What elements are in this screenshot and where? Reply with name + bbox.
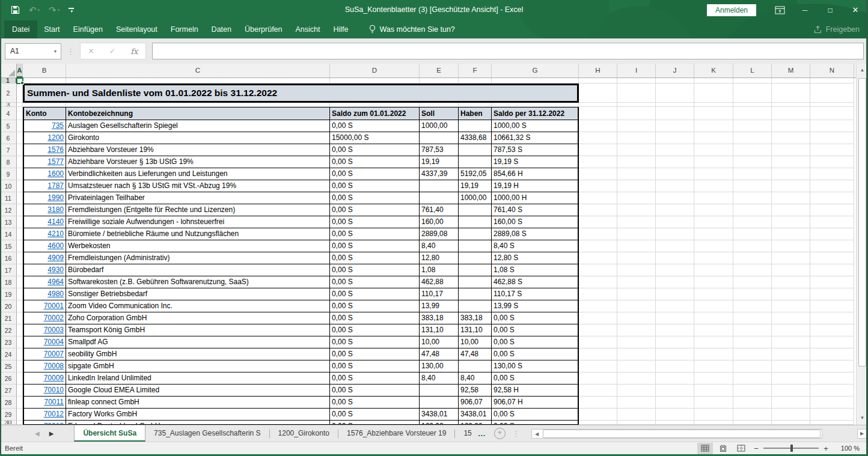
cell-l12[interactable] <box>733 204 772 216</box>
konto-link[interactable]: 4140 <box>47 217 64 226</box>
cell-k30[interactable] <box>694 421 733 425</box>
cell-m15[interactable] <box>772 240 810 252</box>
cell-soll[interactable]: 3438,01 <box>420 409 459 421</box>
cell-h27[interactable] <box>579 385 617 397</box>
cell-a14[interactable] <box>17 228 23 240</box>
cell-a30[interactable] <box>17 421 23 425</box>
cell-j27[interactable] <box>656 385 694 397</box>
ribbon-tab-datei[interactable]: Datei <box>4 20 37 38</box>
cell-j10[interactable] <box>656 180 694 192</box>
cell-l5[interactable] <box>733 120 772 132</box>
column-header-c[interactable]: C <box>66 64 330 78</box>
cell-m6[interactable] <box>772 132 810 144</box>
cell-k13[interactable] <box>694 216 733 228</box>
scroll-right-icon[interactable]: ▶ <box>857 429 867 439</box>
more-sheets-button[interactable]: … <box>474 429 489 438</box>
cell-h22[interactable] <box>579 324 617 336</box>
cell-h3[interactable] <box>579 103 617 107</box>
cell-saldo-start[interactable]: 15000,00 S <box>330 132 420 144</box>
previous-sheet-icon[interactable]: ◀ <box>35 430 40 437</box>
cell-haben[interactable] <box>459 300 492 312</box>
cell-i5[interactable] <box>617 120 656 132</box>
cell-h28[interactable] <box>579 397 617 409</box>
cell-m3[interactable] <box>772 103 810 107</box>
cell-kontobezeichnung[interactable]: finleap connect GmbH <box>66 397 330 409</box>
konto-link[interactable]: 70012 <box>44 410 64 418</box>
cell-j15[interactable] <box>656 240 694 252</box>
cell-m2[interactable] <box>772 84 810 103</box>
row-header-11[interactable]: 11 <box>0 192 17 204</box>
ribbon-tab-ansicht[interactable]: Ansicht <box>289 20 327 38</box>
cell-n5[interactable] <box>810 120 854 132</box>
column-header-j[interactable]: J <box>656 64 694 78</box>
cell-konto[interactable]: 70004 <box>23 336 66 348</box>
cell-a15[interactable] <box>17 240 23 252</box>
cell-m10[interactable] <box>772 180 810 192</box>
column-header-i[interactable]: I <box>617 64 656 78</box>
undo-icon[interactable]: ↶ ▾ <box>29 5 40 14</box>
cell-haben[interactable] <box>459 240 492 252</box>
cell-k4[interactable] <box>694 107 733 120</box>
cell-i4[interactable] <box>617 107 656 120</box>
cell-kontobezeichnung[interactable]: Zoho Corporation GmbH <box>66 312 330 324</box>
cell-k6[interactable] <box>694 132 733 144</box>
cell-haben[interactable]: 19,19 <box>459 180 492 192</box>
cell-soll[interactable]: 383,18 <box>420 312 459 324</box>
cell-konto[interactable]: 3180 <box>23 204 66 216</box>
cell-h8[interactable] <box>579 156 617 168</box>
cell-saldo-end[interactable]: 1,08 S <box>492 264 579 276</box>
cell-j29[interactable] <box>656 409 694 421</box>
cell-i27[interactable] <box>617 385 656 397</box>
column-header-d[interactable]: D <box>330 64 420 78</box>
cell-haben[interactable] <box>459 228 492 240</box>
cell-kontobezeichnung[interactable]: Büromiete / betriebliche Räume und Nutzu… <box>66 228 330 240</box>
cell-d1[interactable] <box>330 78 420 84</box>
cell-a11[interactable] <box>17 192 23 204</box>
cell-m26[interactable] <box>772 372 810 385</box>
row-header-22[interactable]: 22 <box>0 324 17 336</box>
cell-h24[interactable] <box>579 348 617 360</box>
cell-haben[interactable]: 10,00 <box>459 336 492 348</box>
cell-l2[interactable] <box>733 84 772 103</box>
cell-kontobezeichnung[interactable]: Teamsport König GmbH <box>66 324 330 336</box>
cell-l17[interactable] <box>733 264 772 276</box>
cell-saldo-start[interactable]: 0,00 S <box>330 288 420 300</box>
cell-k24[interactable] <box>694 348 733 360</box>
cell-j11[interactable] <box>656 192 694 204</box>
cell-j25[interactable] <box>656 360 694 372</box>
cell-i22[interactable] <box>617 324 656 336</box>
cell-m16[interactable] <box>772 252 810 264</box>
cell-m5[interactable] <box>772 120 810 132</box>
cell-k29[interactable] <box>694 409 733 421</box>
cell-saldo-start[interactable]: 0,00 S <box>330 240 420 252</box>
cell-saldo-end[interactable]: 19,19 S <box>492 156 579 168</box>
cell-l4[interactable] <box>733 107 772 120</box>
cell-soll[interactable]: 160,00 <box>420 216 459 228</box>
cell-kontobezeichnung[interactable]: Smallpdf AG <box>66 336 330 348</box>
cell-k18[interactable] <box>694 276 733 288</box>
cell-i28[interactable] <box>617 397 656 409</box>
cell-saldo-end[interactable]: 10661,32 S <box>492 132 579 144</box>
cell-l19[interactable] <box>733 288 772 300</box>
cell-l30[interactable] <box>733 421 772 425</box>
cell-soll[interactable] <box>420 385 459 397</box>
cell-l18[interactable] <box>733 276 772 288</box>
cell-n27[interactable] <box>810 385 854 397</box>
cell-k26[interactable] <box>694 372 733 385</box>
cancel-icon[interactable]: ✕ <box>88 47 94 55</box>
cell-i13[interactable] <box>617 216 656 228</box>
cell-i1[interactable] <box>617 78 656 84</box>
cell-a22[interactable] <box>17 324 23 336</box>
ribbon-tab-überprüfen[interactable]: Überprüfen <box>238 20 289 38</box>
konto-link[interactable]: 1576 <box>47 145 64 154</box>
cell-konto[interactable]: 70013 <box>23 421 66 425</box>
name-box-dropdown-icon[interactable]: ▾ <box>50 49 61 54</box>
cell-m7[interactable] <box>772 144 810 156</box>
cell-saldo-start[interactable]: 0,00 S <box>330 168 420 180</box>
zoom-slider-thumb[interactable] <box>790 445 793 452</box>
cell-e1[interactable] <box>420 78 459 84</box>
cell-l29[interactable] <box>733 409 772 421</box>
cell-g3[interactable] <box>492 103 579 107</box>
cell-m1[interactable] <box>772 78 810 84</box>
row-header-5[interactable]: 5 <box>0 120 17 132</box>
